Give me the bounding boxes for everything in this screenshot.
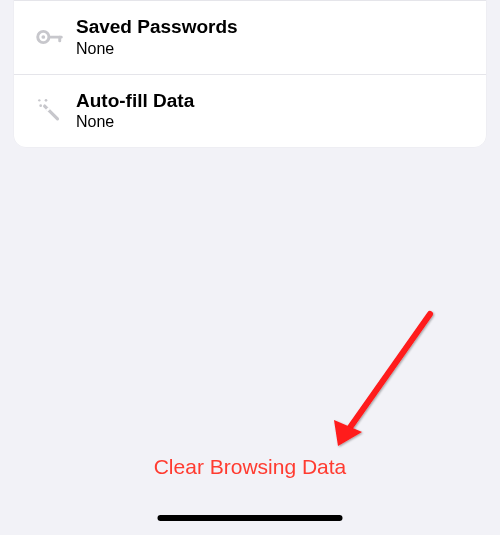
row-subtitle: None (76, 112, 470, 133)
svg-marker-10 (334, 420, 362, 446)
row-subtitle: None (76, 39, 470, 60)
svg-line-9 (344, 314, 430, 436)
row-autofill-data[interactable]: Auto-fill Data None (14, 74, 486, 148)
clear-browsing-data-button[interactable]: Clear Browsing Data (0, 455, 500, 479)
svg-rect-4 (42, 104, 59, 121)
svg-point-8 (45, 99, 48, 102)
key-icon (28, 21, 76, 53)
svg-point-6 (39, 104, 42, 107)
svg-rect-3 (58, 36, 61, 43)
row-saved-passwords[interactable]: Saved Passwords None (14, 0, 486, 74)
wand-icon (28, 95, 76, 127)
row-text: Auto-fill Data None (76, 89, 470, 134)
settings-card: Saved Passwords None Auto-fill Data None (14, 0, 486, 147)
svg-point-1 (41, 35, 45, 39)
row-title: Saved Passwords (76, 15, 470, 39)
row-text: Saved Passwords None (76, 15, 470, 60)
svg-point-7 (38, 99, 40, 101)
home-indicator[interactable] (158, 515, 343, 521)
row-title: Auto-fill Data (76, 89, 470, 113)
annotation-arrow-icon (320, 306, 450, 466)
